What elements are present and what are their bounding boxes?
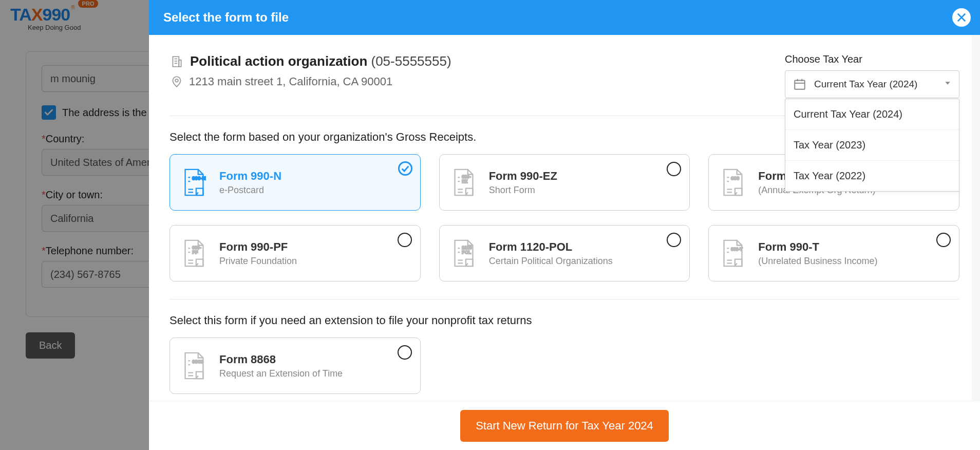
- modal-header: Select the form to file: [149, 0, 980, 35]
- form-title: Form 990-EZ: [489, 170, 680, 183]
- form-title: Form 990-PF: [219, 240, 410, 254]
- form-doc-icon: 990- PF: [178, 237, 210, 269]
- form-card-8868[interactable]: 8868 Form 8868 Request an Extension of T…: [169, 338, 421, 394]
- form-card-990-ez[interactable]: 990- EZ Form 990-EZ Short Form: [439, 154, 690, 211]
- svg-rect-8: [795, 80, 805, 89]
- svg-marker-12: [945, 82, 950, 84]
- section-extension: Select this form if you need an extensio…: [169, 314, 959, 327]
- form-doc-icon: 990: [717, 166, 749, 198]
- calendar-icon: [793, 77, 807, 91]
- form-title: Form 8868: [219, 353, 410, 366]
- form-subtitle: Certain Political Organizations: [489, 256, 680, 267]
- org-name: Political action organization: [190, 53, 367, 69]
- svg-rect-2: [173, 57, 179, 67]
- tax-year-column: Choose Tax Year Current Tax Year (2024) …: [785, 53, 959, 98]
- tax-year-option-2022[interactable]: Tax Year (2022): [785, 161, 959, 191]
- form-card-990-n[interactable]: 990-N Form 990-N e-Postcard: [169, 154, 421, 211]
- radio-indicator: [398, 233, 412, 247]
- start-new-return-button[interactable]: Start New Return for Tax Year 2024: [460, 410, 669, 442]
- svg-text:8868: 8868: [192, 359, 203, 364]
- chevron-down-icon: [944, 79, 952, 89]
- form-doc-icon: 990- EZ: [448, 166, 480, 198]
- form-title: Form 1120-POL: [489, 240, 680, 254]
- svg-text:PF: PF: [192, 250, 198, 255]
- tax-year-select[interactable]: Current Tax Year (2024): [785, 70, 959, 98]
- selected-check-icon: [398, 161, 413, 178]
- org-address: 1213 main street 1, California, CA 90001: [189, 75, 392, 88]
- select-form-modal: Select the form to file Political action…: [149, 0, 980, 450]
- modal-footer: Start New Return for Tax Year 2024: [149, 401, 980, 450]
- svg-text:POL: POL: [462, 250, 472, 255]
- svg-point-7: [175, 79, 178, 82]
- form-doc-icon: 990-T: [717, 237, 749, 269]
- tax-year-option-2023[interactable]: Tax Year (2023): [785, 130, 959, 161]
- tax-year-selected-text: Current Tax Year (2024): [814, 79, 936, 90]
- org-ein: (05-5555555): [371, 53, 451, 69]
- divider: [169, 299, 959, 299]
- svg-text:EZ: EZ: [462, 179, 468, 184]
- tax-year-dropdown: Current Tax Year (2024) Tax Year (2023) …: [785, 99, 959, 192]
- form-subtitle: Request an Extension of Time: [219, 368, 410, 379]
- form-card-1120-pol[interactable]: 1120 POL Form 1120-POL Certain Political…: [439, 225, 690, 282]
- svg-text:990-N: 990-N: [192, 175, 205, 181]
- close-button[interactable]: [952, 8, 971, 27]
- form-doc-icon: 1120 POL: [448, 237, 480, 269]
- location-icon: [169, 74, 184, 89]
- form-subtitle: Short Form: [489, 185, 680, 196]
- form-card-990-t[interactable]: 990-T Form 990-T (Unrelated Business Inc…: [708, 225, 959, 282]
- form-title: Form 990-T: [758, 240, 949, 254]
- form-title: Form 990-N: [219, 170, 410, 183]
- tax-year-label: Choose Tax Year: [785, 53, 959, 65]
- form-doc-icon: 990-N: [178, 166, 210, 198]
- org-address-line: 1213 main street 1, California, CA 90001: [169, 74, 764, 89]
- svg-text:990: 990: [731, 175, 739, 181]
- building-icon: [169, 54, 184, 69]
- org-name-line: Political action organization (05-555555…: [169, 53, 764, 69]
- radio-indicator: [936, 233, 951, 247]
- form-doc-icon: 8868: [178, 350, 210, 382]
- svg-point-18: [399, 162, 411, 175]
- tax-year-option-2024[interactable]: Current Tax Year (2024): [785, 99, 959, 130]
- form-card-990-pf[interactable]: 990- PF Form 990-PF Private Foundation: [169, 225, 421, 282]
- form-subtitle: (Unrelated Business Income): [758, 256, 949, 267]
- svg-text:990-T: 990-T: [731, 247, 743, 252]
- radio-indicator: [398, 345, 412, 360]
- form-subtitle: e-Postcard: [219, 185, 410, 196]
- svg-rect-3: [179, 60, 181, 66]
- form-subtitle: Private Foundation: [219, 256, 410, 267]
- modal-title: Select the form to file: [163, 10, 289, 25]
- modal-body: Political action organization (05-555555…: [149, 35, 980, 401]
- close-icon: [956, 12, 967, 23]
